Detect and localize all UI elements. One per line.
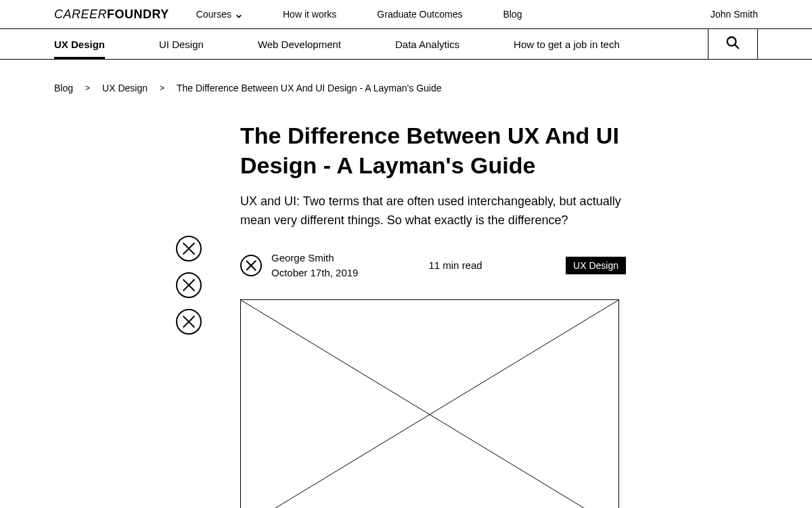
svg-line-2 bbox=[241, 300, 618, 508]
article-meta: George Smith October 17th, 2019 11 min r… bbox=[240, 251, 626, 280]
primary-header: CAREERFOUNDRY Courses How it works Gradu… bbox=[0, 0, 812, 28]
breadcrumb-separator: > bbox=[160, 83, 164, 93]
tab-how-to-get-a-job[interactable]: How to get a job in tech bbox=[514, 30, 620, 58]
publish-date: October 17th, 2019 bbox=[271, 266, 358, 280]
article: The Difference Between UX And UI Design … bbox=[240, 121, 626, 508]
breadcrumb-ux-design[interactable]: UX Design bbox=[102, 83, 148, 93]
share-icon-1[interactable] bbox=[176, 236, 202, 261]
author-text: George Smith October 17th, 2019 bbox=[271, 251, 358, 280]
user-menu[interactable]: John Smith bbox=[710, 9, 758, 20]
tabs-container: UX Design UI Design Web Development Data… bbox=[0, 29, 708, 59]
logo[interactable]: CAREERFOUNDRY bbox=[54, 7, 169, 22]
breadcrumb-current: The Difference Between UX And UI Design … bbox=[177, 83, 442, 93]
tab-data-analytics[interactable]: Data Analytics bbox=[395, 30, 459, 58]
content: The Difference Between UX And UI Design … bbox=[0, 100, 812, 508]
chevron-down-icon bbox=[235, 11, 242, 18]
share-icon-2[interactable] bbox=[176, 272, 202, 298]
breadcrumb-blog[interactable]: Blog bbox=[54, 83, 73, 93]
nav-courses-label: Courses bbox=[196, 9, 231, 20]
nav-graduate-outcomes[interactable]: Graduate Outcomes bbox=[377, 9, 462, 20]
svg-line-1 bbox=[735, 45, 739, 49]
author-avatar-icon bbox=[240, 255, 262, 276]
logo-text-bold: FOUNDRY bbox=[107, 7, 169, 21]
author-block: George Smith October 17th, 2019 bbox=[240, 251, 358, 280]
article-lede: UX and UI: Two terms that are often used… bbox=[240, 192, 626, 230]
nav-how-it-works[interactable]: How it works bbox=[283, 9, 336, 20]
nav-blog[interactable]: Blog bbox=[503, 9, 522, 20]
search-icon bbox=[725, 35, 740, 53]
subnav-spacer bbox=[758, 29, 812, 59]
share-rail bbox=[176, 236, 202, 335]
hero-image-placeholder bbox=[240, 299, 619, 508]
article-title: The Difference Between UX And UI Design … bbox=[240, 121, 626, 180]
category-badge[interactable]: UX Design bbox=[566, 257, 626, 274]
read-time: 11 min read bbox=[428, 259, 482, 271]
svg-line-3 bbox=[241, 300, 618, 508]
nav-courses[interactable]: Courses bbox=[196, 9, 242, 20]
search-button[interactable] bbox=[708, 29, 758, 59]
category-tabs: UX Design UI Design Web Development Data… bbox=[0, 28, 812, 60]
author-name: George Smith bbox=[271, 251, 358, 266]
primary-nav: Courses How it works Graduate Outcomes B… bbox=[196, 9, 710, 20]
tab-ux-design[interactable]: UX Design bbox=[54, 30, 105, 59]
logo-text-thin: CAREER bbox=[54, 7, 107, 21]
tab-ui-design[interactable]: UI Design bbox=[159, 30, 204, 58]
breadcrumb-separator: > bbox=[85, 83, 90, 93]
breadcrumb: Blog > UX Design > The Difference Betwee… bbox=[0, 60, 812, 100]
share-icon-3[interactable] bbox=[176, 309, 202, 335]
tab-web-development[interactable]: Web Development bbox=[258, 30, 341, 58]
